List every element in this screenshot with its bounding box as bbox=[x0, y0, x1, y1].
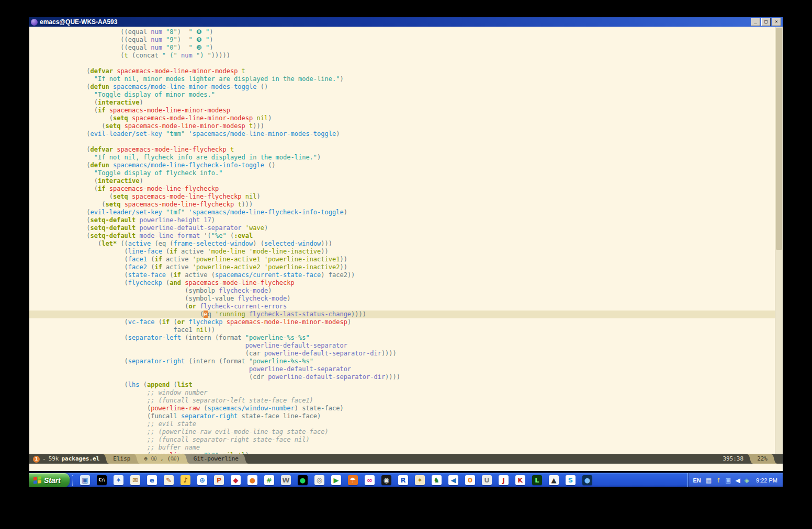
quicklaunch-icon-16[interactable]: ▶ bbox=[331, 475, 341, 485]
quicklaunch-icon-23[interactable]: ◀ bbox=[448, 475, 458, 485]
code-line[interactable]: ;; (powerline-raw evil-mode-line-tag sta… bbox=[29, 428, 783, 436]
quicklaunch-icon-12[interactable]: # bbox=[264, 475, 274, 485]
taskbar-clock[interactable]: 9:22 PM bbox=[756, 477, 777, 484]
quicklaunch-icon-5[interactable]: e bbox=[147, 475, 157, 485]
code-line[interactable]: (evil-leader/set-key "tmm" 'spacemacs/mo… bbox=[29, 130, 783, 138]
start-button[interactable]: Start bbox=[29, 473, 70, 487]
quicklaunch-handle[interactable] bbox=[72, 475, 75, 486]
code-line[interactable]: (or flycheck-current-errors bbox=[29, 303, 783, 310]
quicklaunch-icon-14[interactable]: ● bbox=[298, 475, 308, 485]
code-line[interactable]: (powerline-raw (spacemacs/window-number)… bbox=[29, 405, 783, 412]
code-line[interactable]: (state-face (if active (spacemacs/curren… bbox=[29, 271, 783, 279]
quicklaunch-icon-17[interactable]: ☂ bbox=[348, 475, 358, 485]
code-line[interactable]: (setq-default powerline-default-separato… bbox=[29, 224, 783, 232]
code-line[interactable]: (separator-left (intern (format "powerli… bbox=[29, 334, 783, 342]
code-line[interactable]: (defvar spacemacs-mode-line-flycheckp t bbox=[29, 146, 783, 154]
code-line[interactable]: ((equal num "9") " ❾ ") bbox=[29, 36, 783, 44]
code-line[interactable]: (defvar spacemacs-mode-line-minor-modesp… bbox=[29, 67, 783, 75]
editor-buffer[interactable]: ((equal num "8") " ❽ ") ((equal num "9")… bbox=[29, 27, 783, 454]
code-line[interactable]: (symbol-value flycheck-mode) bbox=[29, 295, 783, 303]
quicklaunch-icon-13[interactable]: W bbox=[281, 475, 291, 485]
quicklaunch-icon-24[interactable]: 0 bbox=[465, 475, 475, 485]
code-line[interactable]: ;; evil state bbox=[29, 420, 783, 428]
quicklaunch-icon-9[interactable]: P bbox=[214, 475, 224, 485]
code-line[interactable]: (separator-right (intern (format "powerl… bbox=[29, 358, 783, 365]
code-line[interactable]: powerline-default-separator bbox=[29, 365, 783, 373]
code-line[interactable]: ;; (funcall separator-right state-face n… bbox=[29, 436, 783, 444]
code-line[interactable]: (flycheckp (and spacemacs-mode-line-flyc… bbox=[29, 279, 783, 287]
code-line[interactable]: (car powerline-default-separator-dir)))) bbox=[29, 350, 783, 358]
code-line-current[interactable]: (eq 'running flycheck-last-status-change… bbox=[29, 310, 783, 318]
code-line[interactable]: ;; window number bbox=[29, 389, 783, 397]
code-line[interactable]: (face2 (if active 'powerline-active2 'po… bbox=[29, 263, 783, 271]
tray-display-icon[interactable]: ▣ bbox=[725, 477, 731, 484]
vertical-scrollbar[interactable] bbox=[775, 27, 783, 454]
code-line[interactable]: "If not nil, minor modes lighter are dis… bbox=[29, 75, 783, 83]
quicklaunch-icon-27[interactable]: K bbox=[515, 475, 525, 485]
quicklaunch-icon-20[interactable]: R bbox=[398, 475, 408, 485]
minimize-button[interactable]: _ bbox=[751, 18, 760, 26]
code-line[interactable]: (interactive) bbox=[29, 177, 783, 185]
code-line[interactable]: ((equal num "0") " ❿ ") bbox=[29, 44, 783, 52]
quicklaunch-icon-30[interactable]: S bbox=[566, 475, 576, 485]
code-line[interactable]: (line-face (if active 'mode-line 'mode-l… bbox=[29, 248, 783, 256]
modeline-minor-modes[interactable]: ⊕ Ⓐ , (Ⓢ) bbox=[140, 454, 183, 464]
quicklaunch-icon-4[interactable]: ✉ bbox=[130, 475, 140, 485]
modeline-major-mode[interactable]: Elisp bbox=[109, 454, 134, 464]
tray-keyboard-icon[interactable]: ▦ bbox=[706, 477, 712, 484]
code-line[interactable]: (funcall separator-right state-face line… bbox=[29, 412, 783, 420]
code-line[interactable]: (lhs (append (list bbox=[29, 381, 783, 389]
code-line[interactable]: (t (concat " (" num ") "))))) bbox=[29, 52, 783, 60]
code-line[interactable]: (defun spacemacs/mode-line-minor-modes-t… bbox=[29, 83, 783, 91]
quicklaunch-icon-28[interactable]: L bbox=[532, 475, 542, 485]
echo-area[interactable] bbox=[29, 464, 783, 471]
code-line[interactable]: ;; buffer name bbox=[29, 444, 783, 452]
tray-network-icon[interactable]: ◈ bbox=[745, 477, 749, 484]
quicklaunch-icon-1[interactable]: ▣ bbox=[80, 475, 90, 485]
code-line[interactable]: (vc-face (if (or flycheckp spacemacs-mod… bbox=[29, 318, 783, 326]
code-line[interactable]: ;; (funcall separator-left state-face fa… bbox=[29, 397, 783, 405]
code-line[interactable]: (let* ((active (eq (frame-selected-windo… bbox=[29, 240, 783, 248]
code-line[interactable] bbox=[29, 138, 783, 146]
code-line[interactable]: (interactive) bbox=[29, 99, 783, 107]
code-line[interactable]: "Toggle display of flycheck info." bbox=[29, 169, 783, 177]
quicklaunch-icon-31[interactable]: ● bbox=[582, 475, 592, 485]
code-line[interactable]: "Toggle display of minor modes." bbox=[29, 91, 783, 99]
code-line[interactable]: (setq-default powerline-height 17) bbox=[29, 216, 783, 224]
quicklaunch-icon-11[interactable]: ● bbox=[247, 475, 257, 485]
quicklaunch-icon-25[interactable]: U bbox=[482, 475, 492, 485]
code-line[interactable] bbox=[29, 60, 783, 67]
code-line[interactable]: face1 nil)) bbox=[29, 326, 783, 334]
quicklaunch-icon-10[interactable]: ◆ bbox=[231, 475, 241, 485]
code-line[interactable]: (setq-default mode-line-format '("%e" (:… bbox=[29, 232, 783, 240]
quicklaunch-icon-15[interactable]: ◎ bbox=[314, 475, 324, 485]
modeline-vcs-branch[interactable]: Git-powerline bbox=[190, 454, 242, 464]
code-line[interactable]: (powerline-raw "%*" nil 'l) bbox=[29, 452, 783, 454]
tray-volume-icon[interactable]: ◀ bbox=[736, 477, 740, 484]
code-line[interactable]: powerline-default-separator bbox=[29, 342, 783, 350]
code-line[interactable]: (setq spacemacs-mode-line-minor-modesp t… bbox=[29, 122, 783, 130]
code-line[interactable]: (evil-leader/set-key "tmf" 'spacemacs/mo… bbox=[29, 209, 783, 216]
scrollbar-thumb[interactable] bbox=[776, 28, 782, 250]
code-line[interactable]: (face1 (if active 'powerline-active1 'po… bbox=[29, 256, 783, 263]
language-indicator[interactable]: EN bbox=[693, 477, 701, 484]
code-line[interactable]: (setq spacemacs-mode-line-flycheckp t))) bbox=[29, 201, 783, 209]
quicklaunch-icon-6[interactable]: ✎ bbox=[164, 475, 174, 485]
code-line[interactable]: (setq spacemacs-mode-line-minor-modesp n… bbox=[29, 114, 783, 122]
quicklaunch-icon-29[interactable]: ▲ bbox=[549, 475, 559, 485]
quicklaunch-icon-21[interactable]: ✦ bbox=[415, 475, 425, 485]
code-line[interactable]: (symbolp flycheck-mode) bbox=[29, 287, 783, 295]
code-line[interactable]: (if spacemacs-mode-line-flycheckp bbox=[29, 185, 783, 193]
code-line[interactable]: (defun spacemacs/mode-line-flycheck-info… bbox=[29, 162, 783, 169]
quicklaunch-icon-3[interactable]: ✦ bbox=[114, 475, 123, 485]
quicklaunch-icon-18[interactable]: ∞ bbox=[365, 475, 375, 485]
close-button[interactable]: × bbox=[772, 18, 781, 26]
code-line[interactable]: (if spacemacs-mode-line-minor-modesp bbox=[29, 107, 783, 114]
code-line[interactable]: ((equal num "8") " ❽ ") bbox=[29, 28, 783, 36]
code-line[interactable]: (setq spacemacs-mode-line-flycheckp nil) bbox=[29, 193, 783, 201]
quicklaunch-icon-7[interactable]: ♪ bbox=[181, 475, 190, 485]
quicklaunch-icon-8[interactable]: ⊕ bbox=[197, 475, 207, 485]
quicklaunch-icon-19[interactable]: ◉ bbox=[381, 475, 391, 485]
quicklaunch-icon-26[interactable]: J bbox=[499, 475, 509, 485]
quicklaunch-icon-2[interactable]: C:\ bbox=[97, 475, 107, 485]
